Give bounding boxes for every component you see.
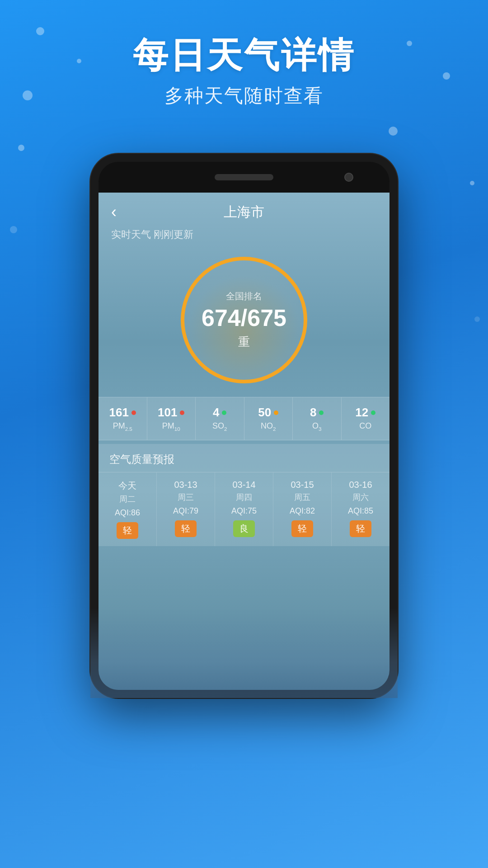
app-header: ‹ 上海市 xyxy=(99,193,389,226)
o3-dot xyxy=(319,410,324,415)
no2-value: 50 xyxy=(258,406,271,420)
phone-speaker xyxy=(215,174,273,180)
aqi-value: 674/675 xyxy=(202,306,286,330)
city-title: 上海市 xyxy=(224,203,264,222)
pollutant-pm25: 161 PM2.5 xyxy=(99,397,147,440)
phone-top-bar xyxy=(99,162,389,193)
forecast-weekday-0: 周二 xyxy=(119,494,136,505)
forecast-0316: 03-16 周六 AQI:85 轻 xyxy=(332,472,389,546)
forecast-grid: 今天 周二 AQI:86 轻 03-13 周三 AQI:79 轻 03-14 周… xyxy=(99,472,389,546)
co-dot xyxy=(371,410,375,415)
aqi-circle: 全国排名 674/675 重 xyxy=(181,257,307,383)
forecast-header: 空气质量预报 xyxy=(99,444,389,472)
forecast-badge-0: 轻 xyxy=(117,522,138,539)
update-info: 实时天气 刚刚更新 xyxy=(99,226,389,248)
forecast-aqi-3: AQI:82 xyxy=(290,506,315,516)
pm10-value: 101 xyxy=(158,406,177,420)
phone-camera xyxy=(344,173,353,182)
pollutant-so2: 4 SO2 xyxy=(196,397,244,440)
aqi-circle-container: 全国排名 674/675 重 xyxy=(99,248,389,397)
forecast-section: 空气质量预报 今天 周二 AQI:86 轻 03-13 周三 AQI:79 轻 xyxy=(99,444,389,546)
pm25-label: PM2.5 xyxy=(113,421,132,432)
pm25-value: 161 xyxy=(109,406,129,420)
forecast-0315: 03-15 周五 AQI:82 轻 xyxy=(273,472,332,546)
forecast-0314: 03-14 周四 AQI:75 良 xyxy=(215,472,273,546)
forecast-aqi-2: AQI:75 xyxy=(231,506,257,516)
phone-mockup: ‹ 上海市 实时天气 刚刚更新 全国排名 674/675 重 161 xyxy=(90,154,398,698)
forecast-today: 今天 周二 AQI:86 轻 xyxy=(99,472,157,546)
pm25-dot xyxy=(131,410,136,415)
pollutant-pm10: 101 PM10 xyxy=(147,397,196,440)
phone-outer: ‹ 上海市 实时天气 刚刚更新 全国排名 674/675 重 161 xyxy=(90,154,398,698)
forecast-weekday-4: 周六 xyxy=(352,492,369,503)
pm10-dot xyxy=(180,410,184,415)
co-label: CO xyxy=(359,421,371,431)
forecast-badge-3: 轻 xyxy=(291,520,313,537)
aqi-level: 重 xyxy=(238,334,250,350)
pollutant-no2: 50 NO2 xyxy=(244,397,293,440)
forecast-badge-1: 轻 xyxy=(175,520,197,537)
forecast-aqi-1: AQI:79 xyxy=(173,506,198,516)
sub-title: 多种天气随时查看 xyxy=(0,83,488,108)
pollutant-co: 12 CO xyxy=(342,397,390,440)
forecast-date-4: 03-16 xyxy=(349,480,372,490)
forecast-aqi-0: AQI:86 xyxy=(115,508,140,518)
hero-section: 每日天气详情 多种天气随时查看 xyxy=(0,0,488,108)
forecast-aqi-4: AQI:85 xyxy=(348,506,373,516)
aqi-national-rank-label: 全国排名 xyxy=(226,290,262,302)
so2-dot xyxy=(222,410,226,415)
forecast-0313: 03-13 周三 AQI:79 轻 xyxy=(157,472,215,546)
forecast-weekday-3: 周五 xyxy=(294,492,310,503)
forecast-weekday-1: 周三 xyxy=(178,492,194,503)
forecast-date-0: 今天 xyxy=(118,480,136,492)
back-button[interactable]: ‹ xyxy=(111,203,117,222)
forecast-weekday-2: 周四 xyxy=(236,492,252,503)
no2-label: NO2 xyxy=(261,421,276,432)
bottom-wave xyxy=(99,608,389,690)
pollutant-o3: 8 O3 xyxy=(293,397,342,440)
pm10-label: PM10 xyxy=(162,421,180,432)
so2-value: 4 xyxy=(213,406,219,420)
co-value: 12 xyxy=(355,406,368,420)
phone-screen: ‹ 上海市 实时天气 刚刚更新 全国排名 674/675 重 161 xyxy=(99,193,389,690)
forecast-badge-4: 轻 xyxy=(350,520,371,537)
forecast-date-2: 03-14 xyxy=(232,480,255,490)
forecast-badge-2: 良 xyxy=(233,520,255,537)
forecast-date-3: 03-15 xyxy=(291,480,314,490)
o3-label: O3 xyxy=(312,421,322,432)
no2-dot xyxy=(274,410,278,415)
main-title: 每日天气详情 xyxy=(0,36,488,75)
so2-label: SO2 xyxy=(212,421,227,432)
forecast-date-1: 03-13 xyxy=(174,480,197,490)
o3-value: 8 xyxy=(310,406,316,420)
pollutant-grid: 161 PM2.5 101 PM10 4 xyxy=(99,397,389,440)
